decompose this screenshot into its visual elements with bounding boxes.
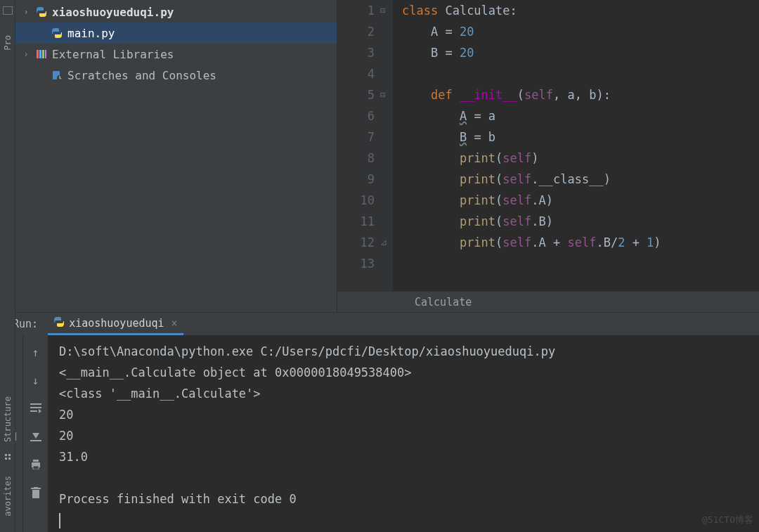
fold-end-icon[interactable]: ⊿ [380,232,387,253]
line-number: 3 [337,42,375,63]
editor-gutter: ⊟ ⊟ ⊿ 12345678910111213 [337,0,394,291]
console-line: <__main__.Calculate object at 0x00000180… [59,362,759,383]
tree-item[interactable]: ›xiaoshuoyueduqi.py [15,1,337,22]
print-button[interactable] [29,458,43,472]
py-icon [51,27,63,39]
up-button[interactable]: ↑ [29,345,43,359]
tree-item-label: xiaoshuoyueduqi.py [52,6,174,19]
line-number: 1 [337,0,375,21]
run-header: Run: xiaoshuoyueduqi × [0,313,759,335]
run-tab[interactable]: xiaoshuoyueduqi × [48,313,183,335]
code-line[interactable]: print(self.B) [402,211,759,232]
svg-rect-11 [30,403,41,405]
code-line[interactable]: print(self) [402,148,759,169]
svg-rect-18 [32,490,39,498]
code-content[interactable]: class Calculate: A = 20 B = 20 def __ini… [394,0,759,291]
console-output[interactable]: D:\soft\Anaconda\python.exe C:/Users/pdc… [48,335,759,532]
line-number: 13 [337,253,375,274]
svg-rect-3 [39,50,41,58]
watermark: @51CTO博客 [702,514,753,526]
line-number: 12 [337,232,375,253]
tree-item-label: Scratches and Consoles [67,69,216,82]
py-icon [35,6,48,18]
code-line[interactable]: print(self.__class__) [402,169,759,190]
console-line: <class '__main__.Calculate'> [59,383,759,404]
code-line[interactable]: class Calculate: [402,0,759,21]
fold-marker-icon[interactable]: ⊟ [380,84,385,105]
tool-window-bar-left-bottom: Structure avorites [0,312,15,532]
code-line[interactable]: print(self.A) [402,190,759,211]
svg-rect-23 [5,458,7,460]
line-number: 5 [337,84,375,105]
code-line[interactable]: A = a [402,105,759,126]
svg-rect-19 [31,488,41,489]
structure-tool-label[interactable]: Structure [3,396,13,442]
svg-rect-13 [30,410,37,412]
tree-item[interactable]: ›External Libraries [15,44,337,65]
svg-rect-21 [5,454,7,456]
code-line[interactable]: def __init__(self, a, b): [402,84,759,105]
code-line[interactable]: print(self.A + self.B/2 + 1) [402,232,759,253]
down-button[interactable]: ↓ [29,373,43,387]
tree-item-label: External Libraries [52,48,174,61]
line-number: 9 [337,169,375,190]
line-number: 4 [337,63,375,84]
project-tree[interactable]: ›xiaoshuoyueduqi.pymain.py›External Libr… [15,0,337,312]
svg-rect-17 [33,466,39,469]
console-line: 31.0 [59,446,759,467]
svg-rect-1 [4,7,12,14]
tree-item[interactable]: main.py [15,22,337,44]
line-number: 2 [337,21,375,42]
expand-arrow-icon[interactable]: › [21,7,31,17]
soft-wrap-button[interactable] [29,401,43,415]
console-line: 20 [59,404,759,425]
close-icon[interactable]: × [171,317,178,330]
scroll-to-end-button[interactable] [29,429,43,443]
line-number: 7 [337,126,375,148]
console-line: 20 [59,425,759,446]
breadcrumb[interactable]: Calculate [337,291,759,312]
line-number: 10 [337,190,375,211]
svg-rect-4 [42,50,44,58]
scratch-icon [51,69,63,82]
svg-rect-14 [30,440,41,441]
code-line[interactable]: B = b [402,126,759,148]
code-editor[interactable]: ⊟ ⊟ ⊿ 12345678910111213 class Calculate:… [337,0,759,312]
code-line[interactable] [402,63,759,84]
tree-item[interactable]: Scratches and Consoles [15,65,337,86]
code-line[interactable] [402,253,759,274]
line-number: 8 [337,148,375,169]
svg-rect-12 [30,407,41,408]
svg-rect-5 [45,50,46,58]
svg-rect-16 [33,460,39,462]
project-tool-label[interactable]: Pro [3,35,13,51]
tool-window-bar-left: Pro [0,0,15,312]
run-tool-window: Run: xiaoshuoyueduqi × ▶ ↑ [0,312,759,532]
line-number: 6 [337,105,375,126]
tree-item-label: main.py [67,27,115,40]
code-line[interactable]: B = 20 [402,42,759,63]
clear-button[interactable] [29,486,43,500]
python-icon [53,316,65,330]
console-line: D:\soft\Anaconda\python.exe C:/Users/pdc… [59,341,759,362]
console-line: Process finished with exit code 0 [59,488,759,510]
run-tab-name: xiaoshuoyueduqi [69,317,164,330]
structure-icon[interactable] [5,449,11,455]
code-line[interactable]: A = 20 [402,21,759,42]
svg-rect-24 [8,458,11,460]
svg-rect-2 [37,50,39,58]
svg-rect-22 [8,454,11,456]
run-header-label: Run: [13,318,38,330]
console-cursor [59,510,759,531]
project-tool-icon[interactable] [2,6,13,15]
expand-arrow-icon[interactable]: › [21,49,31,59]
svg-rect-20 [34,487,38,488]
lib-icon [35,48,48,60]
line-number: 11 [337,211,375,232]
console-line [59,467,759,488]
fold-marker-icon[interactable]: ⊟ [380,0,385,21]
favorites-tool-label[interactable]: avorites [3,476,13,517]
run-toolbar-secondary: ↑ ↓ [22,335,48,532]
